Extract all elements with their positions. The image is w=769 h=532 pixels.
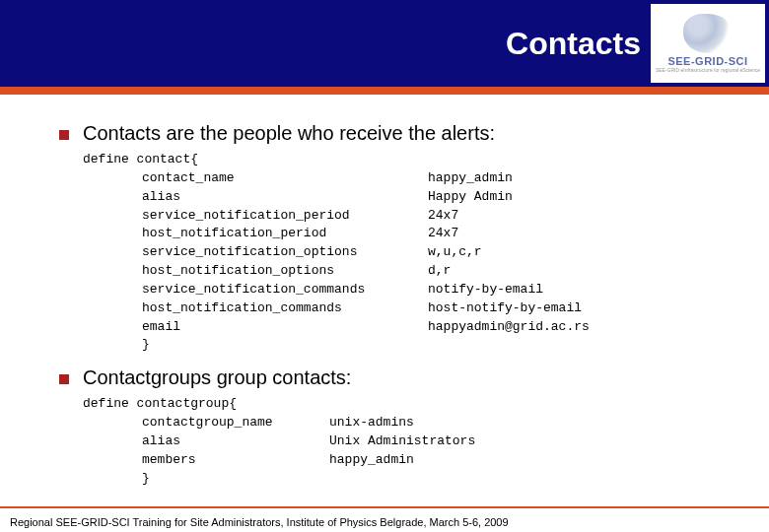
code-row: host_notification_period24x7 [83, 225, 710, 243]
code-value: 24x7 [428, 225, 458, 243]
code-key: email [142, 318, 428, 337]
code-open: define contact{ [83, 151, 710, 169]
code-row: host_notification_optionsd,r [83, 262, 710, 281]
footer-divider [0, 506, 769, 508]
bullet-item: Contacts are the people who receive the … [59, 122, 710, 145]
code-row: contact_namehappy_admin [83, 169, 710, 188]
code-value: notify-by-email [428, 281, 543, 299]
code-key: alias [142, 188, 428, 207]
bullet-item: Contactgroups group contacts: [59, 366, 710, 389]
code-open: define contactgroup{ [83, 395, 710, 414]
logo-text-main: SEE-GRID-SCI [667, 55, 747, 67]
code-row: membershappy_admin [83, 451, 710, 470]
code-value: happyadmin@grid.ac.rs [428, 318, 590, 337]
bullet-icon [59, 374, 69, 384]
code-value: unix-admins [329, 414, 414, 432]
code-close: } [83, 470, 710, 489]
code-value: Unix Administrators [329, 432, 475, 451]
code-value: Happy Admin [428, 188, 513, 207]
code-key: service_notification_period [142, 207, 428, 226]
code-key: alias [142, 432, 329, 451]
code-key: service_notification_options [142, 243, 428, 262]
code-value: d,r [428, 262, 451, 281]
footer-text: Regional SEE-GRID-SCI Training for Site … [0, 516, 769, 528]
code-value: 24x7 [428, 207, 458, 226]
logo-box: SEE-GRID-SCI SEE-GRID eInfrastructure fo… [651, 4, 765, 83]
code-value: happy_admin [428, 169, 513, 188]
code-key: contact_name [142, 169, 428, 188]
logo-swirl-icon [683, 14, 733, 53]
bullet-heading-1: Contacts are the people who receive the … [83, 122, 495, 145]
logo-text-sub: SEE-GRID eInfrastructure for regional eS… [656, 67, 760, 73]
slide-header: Contacts SEE-GRID-SCI SEE-GRID eInfrastr… [0, 0, 769, 87]
code-row: service_notification_commandsnotify-by-e… [83, 281, 710, 299]
code-value: happy_admin [329, 451, 414, 470]
slide-title: Contacts [506, 26, 641, 62]
code-value: w,u,c,r [428, 243, 482, 262]
code-row: aliasUnix Administrators [83, 432, 710, 451]
code-close: } [83, 336, 710, 355]
code-row: aliasHappy Admin [83, 188, 710, 207]
code-key: host_notification_period [142, 225, 428, 243]
code-row: emailhappyadmin@grid.ac.rs [83, 318, 710, 337]
header-divider [0, 87, 769, 95]
code-key: members [142, 451, 329, 470]
code-value: host-notify-by-email [428, 299, 582, 318]
bullet-heading-2: Contactgroups group contacts: [83, 366, 351, 389]
code-key: service_notification_commands [142, 281, 428, 299]
code-key: host_notification_options [142, 262, 428, 281]
code-row: service_notification_optionsw,u,c,r [83, 243, 710, 262]
code-block-contact: define contact{ contact_namehappy_admin … [83, 151, 710, 355]
code-key: host_notification_commands [142, 299, 428, 318]
code-row: contactgroup_nameunix-admins [83, 414, 710, 432]
code-block-contactgroup: define contactgroup{ contactgroup_nameun… [83, 395, 710, 488]
code-row: host_notification_commandshost-notify-by… [83, 299, 710, 318]
bullet-icon [59, 130, 69, 140]
code-row: service_notification_period24x7 [83, 207, 710, 226]
code-key: contactgroup_name [142, 414, 329, 432]
slide-content: Contacts are the people who receive the … [0, 95, 769, 489]
